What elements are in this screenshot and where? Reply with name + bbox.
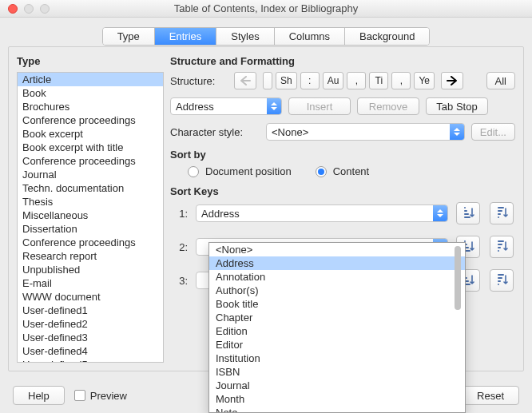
scroll-thumb[interactable] (455, 246, 461, 310)
all-button[interactable]: All (486, 72, 515, 89)
structure-token[interactable]: : (300, 72, 320, 89)
reset-button[interactable]: Reset (462, 386, 519, 405)
sortkey-dropdown[interactable]: <None>AddressAnnotationAuthor(s)Book tit… (208, 242, 466, 413)
sort-desc-button-1[interactable] (490, 202, 514, 224)
sortkey-label: 1: (170, 208, 188, 220)
structure-token[interactable]: , (347, 72, 366, 89)
tab-bar: TypeEntriesStylesColumnsBackground (0, 27, 532, 46)
preview-label: Preview (90, 390, 127, 402)
dropdown-option[interactable]: Institution (209, 351, 465, 365)
list-item[interactable]: Article (18, 73, 163, 86)
list-item[interactable]: User-defined1 (18, 304, 163, 317)
chevron-updown-icon (433, 205, 447, 221)
list-item[interactable]: Conference proceedings (18, 154, 163, 168)
zoom-icon (40, 4, 50, 14)
list-item[interactable]: Techn. documentation (18, 181, 163, 195)
dropdown-option[interactable]: Address (209, 256, 465, 270)
close-icon[interactable] (8, 4, 18, 14)
dropdown-option[interactable]: Annotation (209, 270, 465, 284)
structure-field-value: Address (176, 101, 214, 113)
list-item[interactable]: User-defined2 (18, 317, 163, 331)
structure-token[interactable]: , (391, 72, 411, 89)
dropdown-option[interactable]: Editor (209, 338, 465, 351)
sort-desc-button-3[interactable] (490, 269, 514, 292)
structure-token[interactable]: Au (323, 72, 344, 89)
chevron-updown-icon (267, 98, 281, 114)
structure-heading: Structure and Formatting (170, 55, 515, 67)
dropdown-option[interactable]: Month (209, 392, 465, 406)
sortby-heading: Sort by (170, 149, 515, 161)
sortkeys-heading: Sort Keys (170, 185, 515, 197)
dropdown-option[interactable]: Note (209, 406, 465, 412)
scrollbar[interactable] (452, 244, 463, 411)
dropdown-option[interactable]: Chapter (209, 311, 465, 324)
title-bar: Table of Contents, Index or Bibliography (0, 0, 532, 18)
list-item[interactable]: Brochures (18, 100, 163, 113)
sortkey-value: Address (201, 208, 240, 220)
list-item[interactable]: Book (18, 86, 163, 100)
list-item[interactable]: Dissertation (18, 222, 163, 236)
list-item[interactable]: Conference proceedings (18, 113, 163, 127)
dropdown-option[interactable]: Book title (209, 297, 465, 311)
structure-prev-button[interactable] (234, 72, 256, 89)
docpos-radio[interactable] (188, 166, 199, 177)
charstyle-label: Character style: (170, 126, 260, 138)
docpos-label: Document position (205, 165, 292, 177)
charstyle-combo[interactable]: <None> (266, 123, 465, 141)
charstyle-value: <None> (272, 126, 308, 138)
dropdown-option[interactable]: Journal (209, 379, 465, 392)
help-button[interactable]: Help (13, 386, 65, 405)
list-item[interactable]: User-defined5 (18, 358, 163, 363)
chevron-updown-icon (450, 124, 464, 140)
tab-styles[interactable]: Styles (216, 28, 274, 45)
content-label: Content (333, 165, 370, 177)
content-radio[interactable] (316, 166, 327, 177)
tab-stop-button[interactable]: Tab Stop (426, 97, 488, 115)
minimize-icon (24, 4, 34, 14)
window-controls (8, 4, 50, 14)
list-item[interactable]: E-mail (18, 276, 163, 290)
dropdown-option[interactable]: Edition (209, 324, 465, 338)
list-item[interactable]: Unpublished (18, 263, 163, 276)
window-title: Table of Contents, Index or Bibliography (0, 2, 532, 14)
preview-checkbox[interactable] (74, 390, 85, 401)
edit-button[interactable]: Edit... (471, 123, 515, 141)
list-item[interactable]: Research report (18, 249, 163, 263)
list-item[interactable]: Miscellaneous (18, 208, 163, 222)
sort-desc-button-2[interactable] (490, 236, 514, 258)
remove-button[interactable]: Remove (357, 97, 419, 115)
sortkey-combo-1[interactable]: Address (196, 205, 448, 222)
dropdown-option[interactable]: <None> (209, 243, 465, 256)
list-item[interactable]: Book excerpt (18, 127, 163, 141)
list-item[interactable]: Journal (18, 168, 163, 181)
type-heading: Type (17, 55, 164, 67)
tab-entries[interactable]: Entries (155, 28, 216, 45)
list-item[interactable]: User-defined3 (18, 331, 163, 344)
structure-token[interactable]: Ti (369, 72, 388, 89)
structure-label: Structure: (170, 75, 228, 87)
structure-next-button[interactable] (441, 72, 463, 89)
structure-token[interactable] (263, 72, 272, 89)
list-item[interactable]: User-defined4 (18, 344, 163, 358)
list-item[interactable]: Book excerpt with title (18, 141, 163, 154)
structure-token[interactable]: Sh (276, 72, 297, 89)
tab-columns[interactable]: Columns (275, 28, 345, 45)
type-list[interactable]: ArticleBookBrochuresConference proceedin… (17, 72, 164, 363)
tab-background[interactable]: Background (345, 28, 429, 45)
list-item[interactable]: WWW document (18, 290, 163, 304)
main-panel: Type ArticleBookBrochuresConference proc… (8, 46, 524, 371)
list-item[interactable]: Thesis (18, 195, 163, 208)
tab-type[interactable]: Type (103, 28, 155, 45)
dropdown-option[interactable]: ISBN (209, 365, 465, 379)
list-item[interactable]: Conference proceedings (18, 236, 163, 249)
dropdown-option[interactable]: Author(s) (209, 284, 465, 297)
sortkey-label: 3: (170, 275, 188, 287)
sortkey-label: 2: (170, 241, 188, 253)
structure-field-combo[interactable]: Address (170, 97, 282, 115)
sort-asc-button-1[interactable] (456, 202, 480, 224)
insert-button[interactable]: Insert (288, 97, 351, 115)
structure-token[interactable]: Ye (414, 72, 435, 89)
